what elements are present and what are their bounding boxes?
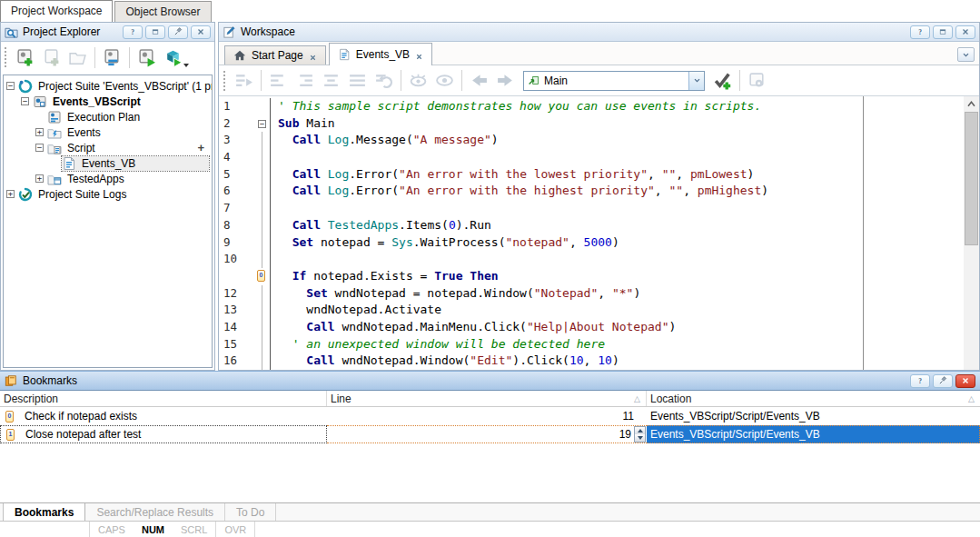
tree-item-execution-plan[interactable]: Execution Plan: [4, 109, 212, 124]
bottom-tab-search-replace-results[interactable]: Search/Replace Results: [85, 503, 225, 521]
bookmark-description-cell[interactable]: 1Close notepad after test: [0, 425, 327, 443]
code-editor[interactable]: 1' This sample script demonstrates how y…: [219, 96, 979, 370]
bookmark-line-cell[interactable]: 19: [327, 425, 647, 443]
workspace-close-button[interactable]: [955, 25, 975, 39]
line-number[interactable]: [219, 268, 255, 285]
bookmark-description-cell[interactable]: 0Check if notepad exists: [0, 407, 327, 425]
run-project-suite-button[interactable]: [161, 45, 185, 70]
fold-column[interactable]: [255, 353, 270, 370]
column-header-line[interactable]: Line△: [327, 391, 647, 406]
line-number[interactable]: 14: [219, 319, 255, 336]
expand-box-icon[interactable]: +: [35, 174, 44, 183]
fold-column[interactable]: −: [255, 115, 270, 133]
bookmarks-pin-button[interactable]: [933, 374, 953, 388]
line-number[interactable]: 2: [219, 115, 255, 133]
bookmark-line-cell[interactable]: 11: [327, 407, 647, 425]
line-number[interactable]: 16: [219, 353, 255, 370]
fold-column[interactable]: [255, 336, 270, 353]
line-number[interactable]: 5: [219, 166, 255, 184]
checkmark-plus-button[interactable]: [710, 68, 735, 93]
tree-selected-item[interactable]: Events_VB: [62, 156, 209, 171]
fold-column[interactable]: [255, 285, 270, 303]
add-item-plus[interactable]: +: [197, 141, 204, 154]
combobox-dropdown-button[interactable]: [688, 72, 704, 90]
line-number[interactable]: 12: [219, 285, 255, 303]
fold-column[interactable]: 0: [255, 268, 270, 285]
line-number[interactable]: 9: [219, 234, 255, 252]
workspace-help-button[interactable]: ?: [910, 25, 930, 39]
project-explorer-restore-button[interactable]: [145, 25, 165, 39]
line-number[interactable]: 10: [219, 251, 255, 268]
bars-left-button: [266, 68, 291, 93]
tree-item-events[interactable]: +Events: [4, 124, 212, 140]
line-spinner[interactable]: [634, 426, 646, 443]
execution-plan-button[interactable]: [100, 45, 124, 70]
line-number[interactable]: 13: [219, 302, 255, 319]
dropdown-caret-icon[interactable]: [183, 64, 189, 67]
bookmark-row[interactable]: 1Close notepad after test19Events_VBScri…: [0, 425, 980, 443]
project-explorer-close-button[interactable]: [191, 25, 211, 39]
bookmark-line-value: 19: [619, 428, 631, 441]
expand-box-icon[interactable]: +: [35, 128, 44, 136]
collapse-box-icon[interactable]: −: [35, 144, 44, 152]
collapse-box-icon[interactable]: −: [6, 82, 15, 90]
fold-column[interactable]: [255, 166, 270, 184]
fold-column[interactable]: [255, 319, 270, 336]
tab-project-workspace[interactable]: Project Workspace: [0, 0, 113, 22]
editor-scrollbar[interactable]: [964, 96, 979, 370]
column-header-description[interactable]: Description: [0, 391, 327, 406]
fold-column[interactable]: [255, 183, 270, 200]
project-tree[interactable]: −Project Suite 'Events_VBScript' (1 proj…: [3, 75, 213, 368]
fold-column[interactable]: [255, 302, 270, 319]
doc-tab-start-page[interactable]: Start Page: [224, 45, 326, 65]
line-number[interactable]: 3: [219, 132, 255, 149]
doc-tab-events_vb[interactable]: Events_VB: [329, 43, 432, 65]
bottom-tab-to-do[interactable]: To Do: [225, 503, 276, 521]
expand-box-icon[interactable]: +: [6, 190, 15, 198]
spinner-down-icon[interactable]: [635, 434, 645, 442]
fold-column[interactable]: [255, 217, 270, 234]
run-project-button[interactable]: [134, 45, 159, 70]
line-number[interactable]: 4: [219, 149, 255, 166]
routine-combobox[interactable]: Main: [523, 71, 705, 91]
line-number[interactable]: 7: [219, 200, 255, 217]
line-number[interactable]: 8: [219, 217, 255, 234]
close-icon[interactable]: [415, 51, 423, 59]
tree-item-testedapps[interactable]: +TestedApps: [4, 171, 212, 186]
fold-column[interactable]: [255, 98, 270, 115]
line-number[interactable]: 15: [219, 336, 255, 353]
bookmark-location-cell[interactable]: Events_VBScript/Script/Events_VB: [647, 425, 980, 443]
tab-object-browser[interactable]: Object Browser: [114, 1, 211, 22]
collapse-box-icon[interactable]: −: [21, 97, 29, 105]
fold-column[interactable]: [255, 251, 270, 268]
fold-column[interactable]: [255, 132, 270, 149]
tree-item-events-vbscript[interactable]: −Events_VBScript: [4, 94, 212, 109]
line-number[interactable]: 6: [219, 183, 255, 200]
line-number[interactable]: 1: [219, 98, 255, 115]
tree-item-script[interactable]: −Script+: [4, 140, 212, 155]
tree-item-project-suite-logs[interactable]: +Project Suite Logs: [4, 186, 212, 202]
fold-column[interactable]: [255, 200, 270, 217]
bookmark-row[interactable]: 0Check if notepad exists11Events_VBScrip…: [0, 407, 980, 425]
fold-column[interactable]: [255, 149, 270, 166]
project-explorer-pin-button[interactable]: [168, 25, 188, 39]
open-file-button: [65, 45, 90, 70]
column-header-location[interactable]: Location△: [647, 391, 980, 406]
workspace-restore-button[interactable]: [933, 25, 953, 39]
bottom-tab-bookmarks[interactable]: Bookmarks: [3, 503, 85, 521]
bookmark-badge-icon[interactable]: 0: [257, 270, 265, 282]
project-explorer-help-button[interactable]: ?: [123, 25, 143, 39]
bookmarks-close-button[interactable]: [955, 374, 975, 388]
bookmarks-help-button[interactable]: ?: [910, 374, 930, 388]
fold-column[interactable]: [255, 234, 270, 252]
scrollbar-up-icon[interactable]: [964, 96, 979, 111]
tab-list-button[interactable]: [957, 47, 975, 62]
spinner-up-icon[interactable]: [635, 427, 645, 434]
bookmark-location-cell[interactable]: Events_VBScript/Script/Events_VB: [647, 407, 980, 425]
add-project-button[interactable]: [13, 45, 37, 70]
scrollbar-thumb[interactable]: [965, 112, 978, 245]
collapse-box-icon[interactable]: −: [258, 120, 266, 128]
tree-item-events-vb[interactable]: Events_VB: [4, 155, 212, 171]
close-icon[interactable]: [309, 52, 317, 60]
tree-item-project-suite-events-vbscript-1-projec[interactable]: −Project Suite 'Events_VBScript' (1 proj…: [4, 78, 212, 94]
